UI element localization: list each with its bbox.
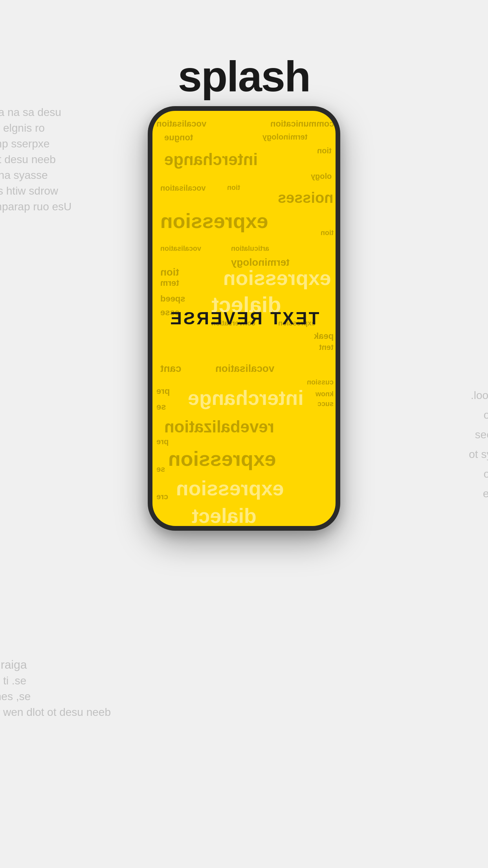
bg-text-bottom-left-1: siraiga bbox=[0, 658, 27, 671]
screen-word-14: articulation bbox=[231, 245, 269, 253]
screen-word-27: vocalisation bbox=[215, 362, 274, 375]
bg-text-left-4: ot desu neeb bbox=[0, 153, 56, 166]
bg-text-right-6: etim bbox=[483, 487, 488, 500]
screen-word-18: term bbox=[160, 278, 179, 288]
page-title: splash bbox=[0, 51, 488, 101]
screen-word-25: tent bbox=[319, 343, 334, 352]
bg-text-left-2: w elgnis ro bbox=[0, 122, 45, 134]
screen-word-12: tion bbox=[321, 229, 334, 237]
screen-word-20: speed bbox=[160, 294, 185, 304]
screen-word-2: vocalisation bbox=[156, 119, 206, 129]
phone-frame: communication vocalisation terminology t… bbox=[148, 106, 340, 531]
bg-text-right-2: osla bbox=[484, 409, 488, 421]
screen-word-7: ology bbox=[311, 172, 332, 181]
screen-content: communication vocalisation terminology t… bbox=[152, 111, 336, 526]
screen-word-32: pre bbox=[156, 386, 170, 396]
screen-word-31: interchange bbox=[188, 386, 304, 410]
screen-word-6: tion bbox=[317, 146, 332, 155]
bg-text-right-5: osla bbox=[484, 468, 488, 480]
bg-text-bottom-left-2: si ti .se bbox=[0, 675, 26, 687]
screen-word-16: expression bbox=[223, 266, 331, 290]
screen-word-4: tongue bbox=[164, 132, 193, 143]
screen-word-13: vocalisation bbox=[160, 245, 201, 253]
bg-text-bottom-left-4: w wen dlot ot desu neeb bbox=[0, 706, 111, 719]
screen-word-38: expression bbox=[176, 476, 284, 500]
screen-word-9: vocalisation bbox=[160, 184, 206, 193]
app-title: TEXT REVERSE bbox=[169, 309, 319, 328]
screen-word-29: know bbox=[316, 390, 334, 398]
screen-word-26: cant bbox=[160, 362, 181, 375]
screen-word-36: expression bbox=[168, 447, 276, 471]
screen-word-5: interchange bbox=[164, 150, 258, 169]
screen-word-28: cussion bbox=[307, 378, 334, 386]
bg-text-left-6: ys htiw sdrow bbox=[0, 185, 58, 197]
screen-word-30: succ bbox=[317, 400, 334, 408]
bg-text-right-3: secns bbox=[475, 428, 488, 441]
bg-text-right-4: ot syav bbox=[469, 448, 488, 461]
screen-word-34: revebalization bbox=[164, 417, 274, 436]
screen-word-37: se bbox=[156, 465, 165, 474]
screen-word-8: noisses bbox=[278, 189, 334, 206]
screen-word-40: dialect bbox=[192, 504, 257, 526]
bg-text-left-7: rhparap ruo esU bbox=[0, 200, 72, 213]
bg-text-left-1: na na sa desu bbox=[0, 106, 61, 119]
screen-word-35: pre bbox=[156, 437, 169, 446]
screen-word-33: se bbox=[156, 402, 166, 412]
bg-text-right-1: .loot m bbox=[471, 389, 488, 402]
screen-word-11: expression bbox=[160, 209, 268, 233]
bg-text-left-3: rhp sserpxe bbox=[0, 138, 50, 150]
phone-mockup: communication vocalisation terminology t… bbox=[148, 106, 340, 531]
screen-word-3: terminology bbox=[262, 132, 307, 142]
bg-text-bottom-left-3: tnes ,se bbox=[0, 690, 31, 703]
bg-text-left-5: dna syasse bbox=[0, 169, 48, 182]
phone-screen: communication vocalisation terminology t… bbox=[152, 111, 336, 526]
screen-word-17: tion bbox=[160, 266, 179, 278]
screen-word-1: communication bbox=[270, 119, 334, 129]
screen-word-39: cre bbox=[156, 492, 168, 501]
screen-word-10: tion bbox=[227, 184, 240, 192]
screen-word-24: peak bbox=[314, 331, 334, 341]
